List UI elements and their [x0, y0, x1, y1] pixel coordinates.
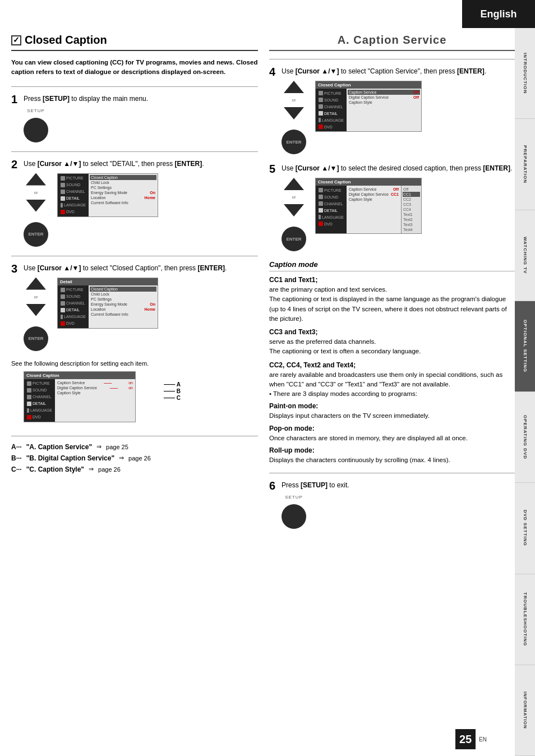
label-b: B··· "B. Digital Caption Service" ⇒ page…: [11, 454, 258, 462]
step5-sound: SOUND: [317, 193, 345, 200]
menu-cc-labeled-title: Closed Caption: [24, 372, 135, 379]
roll-up-heading: Roll-up mode:: [269, 446, 515, 454]
sidebar-tab-information[interactable]: INFORMATION: [515, 665, 535, 756]
cc-menu-picture: PICTURE: [25, 380, 54, 387]
menu-item-channel: CHANNEL: [59, 188, 87, 195]
setup-col-6: SETUP: [282, 495, 306, 529]
step-3-num: 3: [11, 263, 17, 274]
opt-cc4: CC4: [403, 207, 420, 212]
menu-detail-item-pc: PC Settings: [90, 185, 156, 190]
sidebar-tab-preparation[interactable]: PREPARATION: [515, 119, 535, 210]
menu-detail-item-energy: Energy Saving ModeOn: [90, 190, 156, 195]
step-1: 1 Press [SETUP] to display the main menu…: [11, 94, 258, 142]
cc-style-row: Caption Style: [56, 390, 134, 395]
setup-label-6: SETUP: [285, 495, 303, 500]
page-en: EN: [479, 736, 487, 743]
step-1-text: Press [SETUP] to display the main menu.: [24, 94, 258, 104]
label-c-desc: "C. Caption Style": [26, 465, 84, 473]
menu-detail-item-location: LocationHome: [90, 195, 156, 200]
menu-step5-options: Off CC1 CC2 CC3 CC4 Text1 Text2 Text3 Te…: [401, 186, 421, 233]
sidebar-tab-introduction[interactable]: INTRODUCTION: [515, 28, 535, 119]
labeled-menu: Closed Caption PICTURE SOUND CHANNEL DET…: [24, 371, 136, 422]
cursor-down-5: [284, 204, 304, 216]
left-column: Closed Caption You can view closed capti…: [11, 34, 258, 477]
step-4-num: 4: [269, 66, 275, 77]
paint-on-body: Displays input characters on the TV scre…: [269, 411, 515, 421]
menu-item-dvd: DVD: [59, 209, 87, 215]
or-5: or: [292, 195, 296, 200]
step-5-text: Use [Cursor ▲/▼] to select the desired c…: [282, 163, 515, 173]
step-4-buttons: or ENTER Closed Caption PICTURE SOUND C: [282, 81, 515, 154]
paint-on-heading: Paint-on mode:: [269, 402, 515, 410]
step-2-text: Use [Cursor ▲/▼] to select "DETAIL", the…: [24, 159, 258, 169]
menu3-item-pc: PC Settings: [90, 297, 156, 302]
step5-cc-service: Caption ServiceOff: [348, 187, 400, 192]
or-label-2: or: [34, 190, 38, 195]
step-5: 5 Use [Cursor ▲/▼] to select the desired…: [269, 163, 515, 251]
menu3-item-detail: DETAIL: [59, 307, 87, 314]
label-b-desc: "B. Digital Caption Service": [26, 454, 114, 462]
step4-detail: DETAIL: [317, 110, 345, 117]
menu-cc-labeled: Closed Caption PICTURE SOUND CHANNEL DET…: [24, 371, 136, 422]
menu3-item-software: Current Software Info: [90, 312, 156, 317]
opt-text2: Text2: [403, 217, 420, 222]
arrow-c: —— C: [164, 395, 181, 401]
label-b-letter: B···: [11, 454, 22, 462]
cc1-body: are the primary caption and text service…: [269, 285, 515, 324]
cursor-up-button-3: [26, 278, 46, 290]
label-b-arrow: ⇒: [119, 454, 124, 462]
sidebar-tab-operating-dvd[interactable]: OPERATING DVD: [515, 392, 535, 483]
cursor-up-4: [284, 81, 304, 93]
right-divider-2: [269, 473, 515, 473]
opt-text4: Text4: [403, 227, 420, 232]
menu-step4-inner: PICTURE SOUND CHANNEL DETAIL LANGUAGE DV…: [316, 89, 421, 131]
setup-button-6: [282, 504, 306, 529]
step4-cc-service: Caption ServiceOff: [348, 90, 420, 95]
step-1-buttons: SETUP: [24, 108, 258, 142]
cc-service-row: Caption Service——on: [56, 380, 134, 385]
cursor-col-4: or ENTER: [282, 81, 306, 154]
cc-menu-language: LANGUAGE: [25, 407, 54, 414]
cc-menu-channel: CHANNEL: [25, 394, 54, 400]
arrow-a: —— A: [164, 381, 181, 388]
step5-digital: Digital Caption ServiceCC1: [348, 192, 400, 197]
step-3-text: Use [Cursor ▲/▼] to select "Closed Capti…: [24, 263, 258, 273]
pop-on-heading: Pop-on mode:: [269, 425, 515, 432]
menu3-item-language: LANGUAGE: [59, 314, 87, 320]
menu-item-picture: PICTURE: [59, 175, 87, 182]
menu-cc-title: Detail: [58, 278, 158, 285]
step-4: 4 Use [Cursor ▲/▼] to select "Caption Se…: [269, 66, 515, 154]
step-6-buttons: SETUP: [282, 495, 515, 529]
cursor-col-5: or ENTER: [282, 178, 306, 251]
menu3-item-sound: SOUND: [59, 293, 87, 300]
menu-cc-right: Caption Service——on Digital Caption Serv…: [55, 379, 135, 422]
sidebar-tab-troubleshooting[interactable]: TROUBLESHOOTING: [515, 574, 535, 665]
cc2-body: are rarely available and broadcasters us…: [269, 370, 515, 399]
menu3-item-picture: PICTURE: [59, 287, 87, 293]
step-3: 3 Use [Cursor ▲/▼] to select "Closed Cap…: [11, 263, 258, 351]
cc-digital-row: Digital Caption Service——on: [56, 385, 134, 390]
menu-step4: Closed Caption PICTURE SOUND CHANNEL DET…: [315, 81, 422, 132]
menu-step5: Closed Caption PICTURE SOUND CHANNEL DET…: [315, 178, 422, 234]
divider-2: [11, 151, 258, 152]
main-content: Closed Caption You can view closed capti…: [0, 0, 515, 756]
step5-detail: DETAIL: [317, 207, 345, 214]
enter-button-2: ENTER: [24, 222, 48, 247]
cc3-heading: CC3 and Text3;: [269, 328, 515, 336]
labels-section: A··· "A. Caption Service" ⇒ page 25 B···…: [11, 443, 258, 473]
opt-cc1: CC1: [403, 192, 420, 197]
sidebar-tab-watching-tv[interactable]: WATCHING TV: [515, 210, 535, 301]
right-section-title: A. Caption Service: [269, 34, 515, 51]
step4-language: LANGUAGE: [317, 117, 345, 123]
divider-3: [11, 256, 258, 256]
label-a-letter: A···: [11, 443, 22, 451]
menu3-item-channel: CHANNEL: [59, 300, 87, 307]
menu-step4-title: Closed Caption: [316, 81, 421, 89]
menu-4: Closed Caption PICTURE SOUND CHANNEL DET…: [315, 81, 422, 132]
opt-cc2: CC2: [403, 197, 420, 202]
sidebar-tab-dvd-setting[interactable]: DVD SETTING: [515, 483, 535, 574]
menu-right-3: Closed Caption Child Lock PC Settings En…: [89, 285, 158, 328]
step-5-num: 5: [269, 163, 275, 174]
menu-closed-caption-3: Detail PICTURE SOUND CHANNEL DETAIL LANG…: [57, 278, 158, 329]
sidebar-tab-optional-setting[interactable]: OPTIONAL SETTING: [515, 301, 535, 392]
